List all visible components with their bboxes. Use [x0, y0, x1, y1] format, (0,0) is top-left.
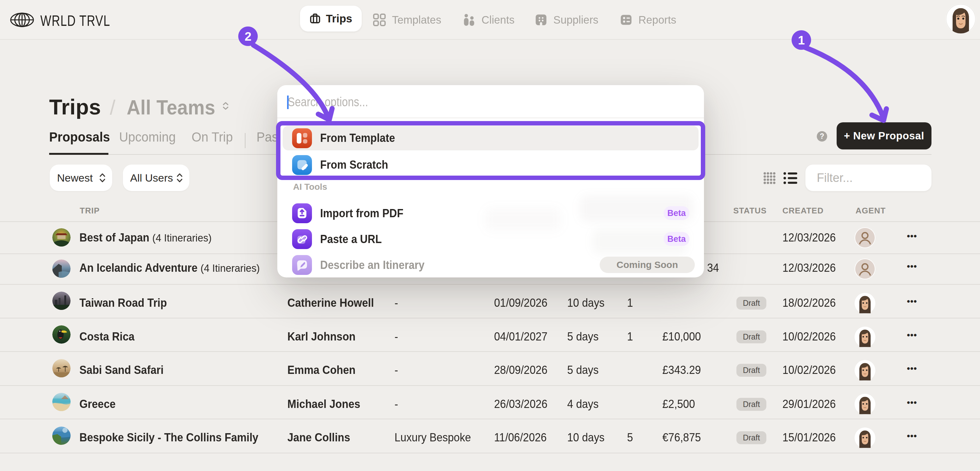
svg-text:2: 2: [245, 30, 251, 43]
svg-text:1: 1: [798, 34, 805, 47]
